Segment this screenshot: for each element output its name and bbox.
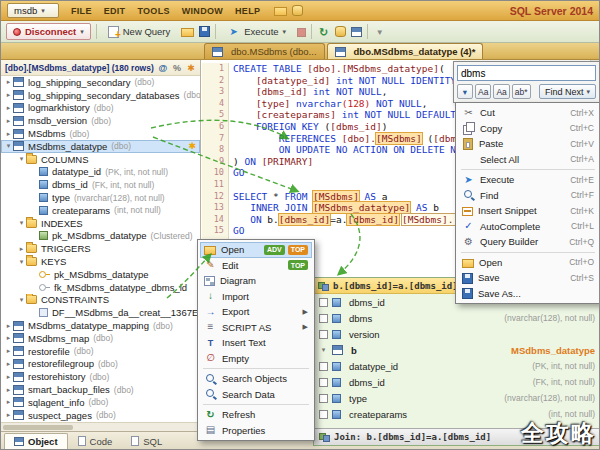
save-icon[interactable] [199,26,210,37]
tree-item[interactable]: fk_MSdbms_datatype_dbms_id [1,281,200,294]
wildcard-match-icon[interactable]: ab* [512,84,531,99]
table-b-row[interactable]: ▾bMSdbms_datatype [314,342,600,358]
collapse-icon[interactable]: ▾ [4,142,13,150]
expand-icon[interactable]: ▸ [4,91,13,99]
bottom-tab-code[interactable]: Code [69,433,122,449]
menu-item-script-as[interactable]: ≡SCRIPT AS▶ [200,320,312,336]
stop-icon[interactable] [297,28,306,37]
tree-item[interactable]: ▸TRIGGERS [1,242,200,255]
menu-item-paste[interactable]: PasteCtrl+V [458,136,598,152]
refresh-icon[interactable] [317,26,330,38]
scrollbar-thumb[interactable] [3,425,73,430]
bottom-tab-object[interactable]: Object [4,433,68,449]
menu-item-open[interactable]: OpenCtrl+O [458,255,598,271]
menu-item-refresh[interactable]: ↻Refresh [200,407,312,423]
menu-item-insert-text[interactable]: TInsert Text [200,335,312,351]
table-icon[interactable] [351,27,362,37]
tree-item[interactable]: ▸msdb_version(dbo) [1,114,200,127]
menu-file[interactable]: FILE [71,6,92,16]
filter-icon[interactable]: @ [158,63,168,73]
join-column-row[interactable]: datatype_id(PK, int, not null) [314,358,600,374]
menu-window[interactable]: WINDOW [182,6,223,16]
filter-icon[interactable] [373,26,386,38]
bottom-tab-sql[interactable]: SQL [122,433,171,449]
match-whole-word-icon[interactable]: Aa [493,84,509,99]
tree-item[interactable]: type(nvarchar(128), not null) [1,191,200,204]
expand-icon[interactable]: ▸ [4,78,13,86]
collapse-icon[interactable]: ▾ [319,346,328,354]
expand-icon[interactable]: ▸ [4,398,13,406]
tree-item[interactable]: ▸logmarkhistory(dbo) [1,102,200,115]
find-next-button[interactable]: Find Next ▾ [539,84,596,99]
tree-item[interactable]: ▸restorehistory(dbo) [1,370,200,383]
menu-item-empty[interactable]: ∅Empty [200,351,312,367]
tab-2[interactable]: dbo.MSdbms_datatype (4)* [327,43,484,59]
checkbox[interactable] [319,394,328,403]
match-case-icon[interactable]: Aa [475,84,491,99]
join-column-row[interactable]: version [314,326,600,342]
tree-item[interactable]: ▸MSdbms_datatype_mapping(dbo) [1,319,200,332]
expand-icon[interactable]: ▸ [4,386,13,394]
checkbox[interactable] [319,362,328,371]
search-options-icon[interactable]: ▾ [457,84,473,99]
menu-tools[interactable]: TOOLS [137,6,169,16]
disconnect-button[interactable]: Disconnect ▾ [6,23,91,40]
tree-item[interactable]: ▾CONSTRAINTS [1,294,200,307]
expand-icon[interactable]: ▸ [17,245,26,253]
collapse-icon[interactable]: ▾ [17,219,26,227]
tree-item[interactable]: datatype_id(PK, int, not null) [1,166,200,179]
horizontal-scrollbar[interactable] [1,422,200,431]
expand-icon[interactable]: ▸ [4,117,13,125]
menu-item-diagram[interactable]: Diagram [200,273,312,289]
collapse-icon[interactable]: ▾ [17,258,26,266]
wildcard-icon[interactable]: % [172,63,182,73]
checkbox[interactable] [319,378,328,387]
tree-item[interactable]: ▸restorefile(dbo) [1,345,200,358]
menu-item-autocomplete[interactable]: ✓AutoCompleteCtrl+L [458,219,598,235]
menu-item-execute[interactable]: ➤ExecuteCtrl+E [458,172,598,188]
folder-icon[interactable] [274,7,287,16]
collapse-icon[interactable]: ▾ [17,296,26,304]
new-query-button[interactable]: New Query [102,23,177,40]
tree-item[interactable]: ▸restorefilegroup(dbo) [1,358,200,371]
checkbox[interactable] [319,298,328,307]
expand-icon[interactable]: ▸ [4,373,13,381]
menu-item-save-as[interactable]: Save As... [458,286,598,302]
expand-icon[interactable]: ▸ [4,104,13,112]
expand-icon[interactable]: ▸ [4,411,13,419]
menu-edit[interactable]: EDIT [104,6,126,16]
menu-item-open[interactable]: OpenADVTOP [200,242,312,258]
menu-item-search-objects[interactable]: Search Objects [200,371,312,387]
menu-item-edit[interactable]: ✎EditTOP [200,258,312,274]
tree-item[interactable]: ▾COLUMNS [1,153,200,166]
tab-1[interactable]: dbo.MSdbms (dbo... [204,43,325,59]
menu-help[interactable]: HELP [235,6,260,16]
tree-item[interactable]: ▸sqlagent_info(dbo) [1,396,200,409]
execute-button[interactable]: Execute ▾ [221,23,292,40]
menu-item-save[interactable]: SaveCtrl+S [458,270,598,286]
database-icon[interactable] [335,26,346,37]
tree-item[interactable]: pk_MSdbms_datatype [1,268,200,281]
open-file-icon[interactable] [181,28,194,37]
menu-item-find[interactable]: FindCtrl+F [458,188,598,204]
tree-item[interactable]: ▸suspect_pages(dbo) [1,409,200,422]
menu-item-query-builder[interactable]: ⚙Query BuilderCtrl+Q [458,234,598,250]
database-icon[interactable] [292,5,303,16]
database-selector[interactable]: msdb ▾ [7,3,59,18]
tree-item[interactable]: pk_MSdbms_datatype(Clustered) [1,230,200,243]
menu-item-select-all[interactable]: Select AllCtrl+A [458,152,598,168]
checkbox[interactable] [319,410,328,419]
tree-item[interactable]: DF__MSdbms_da__creat__1367E60 [1,306,200,319]
tree-item[interactable]: ▸MSdbms(dbo) [1,127,200,140]
tree-item[interactable]: ▾INDEXES [1,217,200,230]
join-column-row[interactable]: dbms(nvarchar(128), not null) [314,310,600,326]
favorites-icon[interactable]: ✱ [186,63,196,73]
tree-item[interactable]: ▾MSdbms_datatype(dbo)✱ [1,140,200,153]
checkbox[interactable] [319,314,328,323]
tree-item[interactable]: ▸log_shipping_secondary_databases(dbo) [1,89,200,102]
tree-item[interactable]: ▸smart_backup_files(dbo) [1,383,200,396]
expand-icon[interactable]: ▸ [4,347,13,355]
tree-item[interactable]: ▸MSdbms_map(dbo) [1,332,200,345]
tree-item[interactable]: ▾KEYS [1,255,200,268]
menu-item-export[interactable]: →Export▶ [200,304,312,320]
